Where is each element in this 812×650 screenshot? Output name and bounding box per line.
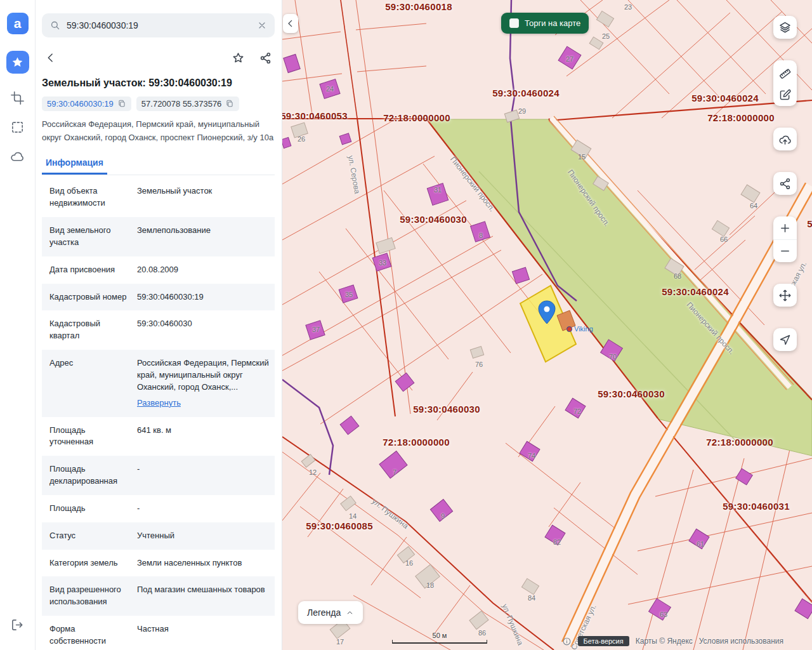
- plus-icon: [778, 222, 792, 235]
- copy-icon: [225, 99, 234, 108]
- exit-button[interactable]: [6, 613, 29, 636]
- scale-bar: 50 м: [392, 632, 487, 644]
- layers-button[interactable]: [773, 16, 797, 39]
- cadastral-number-chip: 59:30:0460030:19: [42, 96, 131, 111]
- info-icon[interactable]: [562, 637, 572, 646]
- info-row: Площадь-: [42, 495, 275, 522]
- zoom-in-button[interactable]: [773, 216, 797, 239]
- info-row-label: Категория земель: [49, 557, 131, 569]
- info-row: Вид объекта недвижимостиЗемельный участо…: [42, 178, 275, 217]
- cloud-icon: [10, 149, 25, 164]
- star-icon: [10, 55, 25, 70]
- pan-button[interactable]: [773, 284, 797, 307]
- crop-edit-icon: [10, 91, 25, 105]
- move-arrows-icon: [778, 289, 792, 302]
- copy-icon: [117, 99, 126, 108]
- info-row: Дата присвоения20.08.2009: [42, 256, 275, 284]
- app-logo[interactable]: a: [7, 13, 29, 34]
- info-row-value: 59:30:0460030:19: [137, 291, 271, 303]
- tab-information[interactable]: Информация: [42, 153, 107, 175]
- info-row-value: Учтенный: [137, 530, 271, 542]
- info-row-value: -: [137, 463, 271, 488]
- dashed-square-icon: [10, 120, 25, 135]
- terms-of-use-link[interactable]: Условия использования: [699, 637, 783, 646]
- trades-on-map-toggle[interactable]: Торги на карте: [501, 13, 589, 34]
- edit-button[interactable]: [773, 83, 797, 106]
- info-row-label: Дата присвоения: [49, 264, 131, 276]
- info-row-value: Землепользование: [137, 225, 271, 249]
- upload-cloud-icon: [778, 133, 792, 146]
- map-controls: [773, 16, 797, 351]
- ruler-icon: [778, 65, 792, 79]
- scale-label: 50 м: [392, 632, 487, 639]
- object-panel: Земельный участок: 59:30:0460030:19 59:3…: [36, 0, 282, 650]
- info-row-label: Вид разрешенного использования: [49, 584, 131, 608]
- info-row-label: Вид земельного участка: [49, 225, 131, 249]
- share-icon: [259, 51, 272, 65]
- locate-me-button[interactable]: [773, 328, 797, 351]
- sidebar-item-select-area[interactable]: [6, 116, 29, 138]
- favorite-button[interactable]: [229, 49, 247, 67]
- search-clear-button[interactable]: [257, 20, 267, 30]
- close-icon: [257, 20, 267, 30]
- map-area: 59:30:046001859:30:046005372:18:00000005…: [282, 0, 812, 650]
- yandex-copyright-link[interactable]: Карты © Яндекс: [636, 637, 693, 646]
- star-outline-icon: [232, 51, 245, 65]
- info-row-label: Кадастровый номер: [49, 291, 131, 303]
- info-row-label: Кадастровый квартал: [49, 318, 131, 342]
- collapse-panel-button[interactable]: [283, 14, 298, 33]
- info-row: Форма собственностиЧастная: [42, 616, 275, 650]
- info-row: Вид разрешенного использованияПод магази…: [42, 576, 275, 616]
- navigation-arrow-icon: [778, 333, 792, 347]
- info-row-value: 59:30:0460030: [137, 318, 271, 342]
- copy-coordinates-button[interactable]: [225, 99, 234, 108]
- poi-viking[interactable]: Viking: [566, 325, 593, 333]
- cadastral-number-link[interactable]: 59:30:0460030:19: [47, 99, 114, 109]
- info-row-value: -: [137, 503, 271, 515]
- info-row-label: Статус: [49, 530, 131, 542]
- info-row-label: Площадь: [49, 503, 131, 515]
- copy-cadastral-button[interactable]: [117, 99, 126, 108]
- info-row: Кадастровый номер59:30:0460030:19: [42, 284, 275, 311]
- upload-button[interactable]: [773, 128, 797, 150]
- info-row-value: Частная: [137, 623, 271, 647]
- back-button[interactable]: [42, 49, 60, 67]
- info-row-label: Вид объекта недвижимости: [49, 185, 131, 209]
- tab-bar: Информация: [42, 153, 275, 175]
- search-icon: [49, 20, 61, 31]
- info-row-value: Российская Федерация, Пермский край, мун…: [137, 357, 271, 409]
- sidebar-item-favorites[interactable]: [6, 51, 29, 74]
- chip-row: 59:30:0460030:19 57.720078 55.373576: [42, 96, 275, 111]
- map-share-button[interactable]: [773, 172, 797, 195]
- trades-checkbox[interactable]: [509, 18, 519, 28]
- measure-button[interactable]: [773, 60, 797, 83]
- map-attribution: Бета-версия Карты © Яндекс Условия испол…: [562, 636, 784, 646]
- coordinates-value: 57.720078 55.373576: [141, 99, 222, 109]
- chevron-left-icon: [285, 18, 296, 29]
- sidebar-item-cloud[interactable]: [6, 145, 29, 168]
- share-button[interactable]: [256, 49, 275, 67]
- info-row: Вид земельного участкаЗемлепользование: [42, 217, 275, 256]
- coordinates-chip: 57.720078 55.373576: [136, 96, 240, 111]
- search-input[interactable]: [67, 20, 251, 30]
- legend-label: Легенда: [307, 607, 341, 618]
- minus-icon: [778, 244, 792, 258]
- info-row-label: Адрес: [49, 357, 131, 409]
- info-row-value: Земли населенных пунктов: [137, 557, 271, 569]
- icon-rail: a: [0, 0, 36, 650]
- zoom-out-button[interactable]: [773, 239, 797, 262]
- poi-logo-icon: [566, 326, 572, 332]
- edit-pencil-icon: [778, 88, 792, 102]
- info-row-value: 641 кв. м: [137, 425, 271, 449]
- page-title: Земельный участок: 59:30:0460030:19: [42, 77, 275, 90]
- info-row-label: Площадь декларированная: [49, 463, 131, 488]
- search-bar: [42, 13, 275, 37]
- cadastral-map[interactable]: [282, 0, 812, 650]
- info-row-label: Площадь уточненная: [49, 425, 131, 449]
- expand-address-link[interactable]: Развернуть: [137, 397, 271, 409]
- object-address: Российская Федерация, Пермский край, мун…: [42, 118, 275, 145]
- sidebar-item-draw[interactable]: [6, 86, 29, 109]
- info-row-value: Земельный участок: [137, 185, 271, 209]
- legend-button[interactable]: Легенда: [298, 601, 363, 624]
- app-root: a: [0, 0, 812, 650]
